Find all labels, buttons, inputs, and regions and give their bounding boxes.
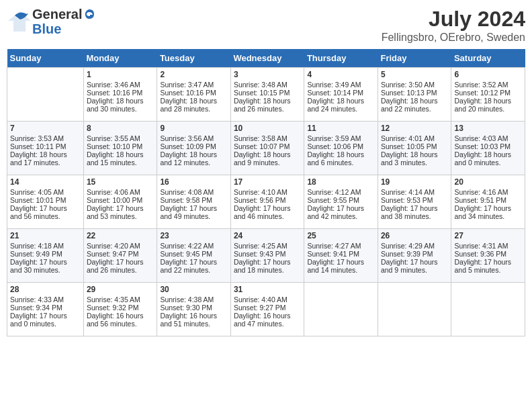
daylight-hours: Daylight: 18 hours and 22 minutes. <box>381 97 449 113</box>
day-number: 20 <box>454 177 522 187</box>
calendar-cell: 11Sunrise: 3:59 AMSunset: 10:06 PMDaylig… <box>304 122 378 175</box>
sunrise-time: Sunrise: 4:10 AM <box>234 188 302 196</box>
sunset-time: Sunset: 9:45 PM <box>160 250 228 258</box>
day-number: 26 <box>381 231 449 240</box>
daylight-hours: Daylight: 18 hours and 28 minutes. <box>160 97 228 113</box>
sunrise-time: Sunrise: 3:48 AM <box>234 81 302 89</box>
daylight-hours: Daylight: 18 hours and 12 minutes. <box>160 150 228 167</box>
sunrise-time: Sunrise: 4:31 AM <box>454 242 522 250</box>
sunrise-time: Sunrise: 3:52 AM <box>454 81 522 89</box>
calendar-cell: 15Sunrise: 4:06 AMSunset: 10:00 PMDaylig… <box>83 175 157 229</box>
sunset-time: Sunset: 10:07 PM <box>234 142 302 150</box>
day-number: 25 <box>307 231 375 240</box>
daylight-hours: Daylight: 16 hours and 47 minutes. <box>234 312 302 328</box>
sunrise-time: Sunrise: 4:25 AM <box>234 242 302 250</box>
daylight-hours: Daylight: 18 hours and 0 minutes. <box>454 150 522 167</box>
calendar-cell: 13Sunrise: 4:03 AMSunset: 10:03 PMDaylig… <box>451 122 525 175</box>
daylight-hours: Daylight: 17 hours and 42 minutes. <box>307 204 375 220</box>
daylight-hours: Daylight: 18 hours and 15 minutes. <box>87 150 154 167</box>
calendar-cell: 28Sunrise: 4:33 AMSunset: 9:34 PMDayligh… <box>7 283 84 336</box>
calendar-cell: 23Sunrise: 4:22 AMSunset: 9:45 PMDayligh… <box>157 229 231 283</box>
day-number: 7 <box>10 124 81 133</box>
calendar-table: SundayMondayTuesdayWednesdayThursdayFrid… <box>7 49 525 336</box>
day-number: 18 <box>307 177 375 187</box>
daylight-hours: Daylight: 17 hours and 18 minutes. <box>234 258 302 274</box>
daylight-hours: Daylight: 17 hours and 5 minutes. <box>454 258 522 274</box>
sunset-time: Sunset: 9:49 PM <box>10 250 81 258</box>
sunset-time: Sunset: 10:14 PM <box>307 89 375 97</box>
daylight-hours: Daylight: 18 hours and 26 minutes. <box>234 97 302 113</box>
calendar-cell: 29Sunrise: 4:35 AMSunset: 9:32 PMDayligh… <box>83 283 157 336</box>
day-number: 29 <box>87 285 154 294</box>
calendar-cell: 1Sunrise: 3:46 AMSunset: 10:16 PMDayligh… <box>83 68 157 122</box>
calendar-cell: 6Sunrise: 3:52 AMSunset: 10:12 PMDayligh… <box>451 68 525 122</box>
sunset-time: Sunset: 9:58 PM <box>160 196 228 204</box>
day-number: 14 <box>10 177 81 187</box>
daylight-hours: Daylight: 18 hours and 9 minutes. <box>234 150 302 167</box>
day-number: 10 <box>234 124 302 133</box>
sunset-time: Sunset: 10:05 PM <box>381 142 449 150</box>
daylight-hours: Daylight: 18 hours and 6 minutes. <box>307 150 375 167</box>
day-number: 6 <box>454 70 522 79</box>
logo: General Blue <box>7 7 95 36</box>
sunrise-time: Sunrise: 3:56 AM <box>160 134 228 142</box>
sunrise-time: Sunrise: 4:05 AM <box>10 188 81 196</box>
calendar-cell: 20Sunrise: 4:16 AMSunset: 9:51 PMDayligh… <box>451 175 525 229</box>
calendar-cell: 19Sunrise: 4:14 AMSunset: 9:53 PMDayligh… <box>378 175 451 229</box>
sunset-time: Sunset: 9:56 PM <box>234 196 302 204</box>
calendar-cell: 25Sunrise: 4:27 AMSunset: 9:41 PMDayligh… <box>304 229 378 283</box>
logo-icon <box>83 8 95 20</box>
sunrise-time: Sunrise: 4:29 AM <box>381 242 449 250</box>
sunrise-time: Sunrise: 4:16 AM <box>454 188 522 196</box>
day-number: 16 <box>160 177 228 187</box>
location-title: Fellingsbro, OErebro, Sweden <box>382 32 525 44</box>
day-number: 31 <box>234 285 302 294</box>
calendar-cell: 12Sunrise: 4:01 AMSunset: 10:05 PMDaylig… <box>378 122 451 175</box>
sunset-time: Sunset: 9:53 PM <box>381 196 449 204</box>
calendar-cell <box>378 283 451 336</box>
sunrise-time: Sunrise: 3:55 AM <box>87 134 154 142</box>
page-header: General Blue July 2024 Fellingsbro, OEre… <box>7 7 525 44</box>
sunrise-time: Sunrise: 4:12 AM <box>307 188 375 196</box>
weekday-header-saturday: Saturday <box>451 49 525 68</box>
sunrise-time: Sunrise: 3:50 AM <box>381 81 449 89</box>
day-number: 4 <box>307 70 375 79</box>
daylight-hours: Daylight: 17 hours and 14 minutes. <box>307 258 375 274</box>
day-number: 24 <box>234 231 302 240</box>
day-number: 21 <box>10 231 81 240</box>
calendar-cell: 22Sunrise: 4:20 AMSunset: 9:47 PMDayligh… <box>83 229 157 283</box>
day-number: 5 <box>381 70 449 79</box>
daylight-hours: Daylight: 17 hours and 26 minutes. <box>87 258 154 274</box>
sunrise-time: Sunrise: 3:58 AM <box>234 134 302 142</box>
daylight-hours: Daylight: 18 hours and 30 minutes. <box>87 97 154 113</box>
sunset-time: Sunset: 10:15 PM <box>234 89 302 97</box>
daylight-hours: Daylight: 17 hours and 9 minutes. <box>381 258 449 274</box>
sunset-time: Sunset: 10:16 PM <box>160 89 228 97</box>
calendar-cell: 24Sunrise: 4:25 AMSunset: 9:43 PMDayligh… <box>230 229 304 283</box>
week-row-3: 14Sunrise: 4:05 AMSunset: 10:01 PMDaylig… <box>7 175 525 229</box>
day-number: 15 <box>87 177 154 187</box>
day-number: 27 <box>454 231 522 240</box>
sunrise-time: Sunrise: 4:38 AM <box>160 295 228 304</box>
calendar-cell <box>304 283 378 336</box>
week-row-1: 1Sunrise: 3:46 AMSunset: 10:16 PMDayligh… <box>7 68 525 122</box>
week-row-2: 7Sunrise: 3:53 AMSunset: 10:11 PMDayligh… <box>7 122 525 175</box>
daylight-hours: Daylight: 17 hours and 49 minutes. <box>160 204 228 220</box>
calendar-cell: 7Sunrise: 3:53 AMSunset: 10:11 PMDayligh… <box>7 122 84 175</box>
calendar-cell: 16Sunrise: 4:08 AMSunset: 9:58 PMDayligh… <box>157 175 231 229</box>
day-number: 9 <box>160 124 228 133</box>
sunrise-time: Sunrise: 3:53 AM <box>10 134 81 142</box>
week-row-4: 21Sunrise: 4:18 AMSunset: 9:49 PMDayligh… <box>7 229 525 283</box>
sunset-time: Sunset: 9:36 PM <box>454 250 522 258</box>
daylight-hours: Daylight: 17 hours and 34 minutes. <box>454 204 522 220</box>
sunrise-time: Sunrise: 4:33 AM <box>10 295 81 304</box>
title-section: July 2024 Fellingsbro, OErebro, Sweden <box>382 7 525 44</box>
calendar-cell: 10Sunrise: 3:58 AMSunset: 10:07 PMDaylig… <box>230 122 304 175</box>
day-number: 13 <box>454 124 522 133</box>
sunrise-time: Sunrise: 4:01 AM <box>381 134 449 142</box>
sunrise-time: Sunrise: 4:20 AM <box>87 242 154 250</box>
daylight-hours: Daylight: 17 hours and 30 minutes. <box>10 258 81 274</box>
sunset-time: Sunset: 9:51 PM <box>454 196 522 204</box>
sunset-time: Sunset: 9:30 PM <box>160 304 228 312</box>
day-number: 22 <box>87 231 154 240</box>
